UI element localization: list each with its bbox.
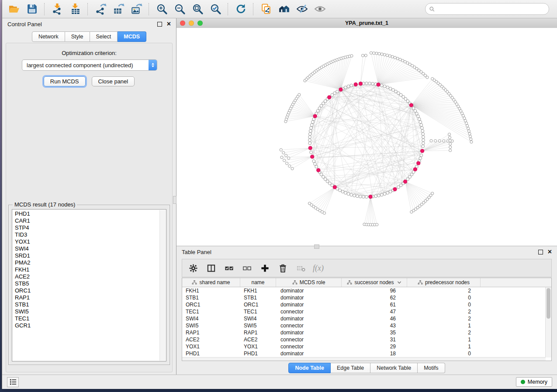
network-node[interactable] bbox=[314, 162, 317, 165]
column-header-name[interactable]: name bbox=[240, 278, 276, 287]
network-node[interactable] bbox=[311, 120, 314, 124]
network-node[interactable] bbox=[422, 139, 425, 142]
network-node[interactable] bbox=[339, 189, 342, 192]
dominator-node[interactable] bbox=[409, 103, 413, 107]
tab-motifs[interactable]: Motifs bbox=[418, 363, 445, 373]
import-network-button[interactable] bbox=[49, 2, 66, 17]
network-node[interactable] bbox=[377, 194, 381, 197]
network-node[interactable] bbox=[391, 55, 394, 58]
network-node[interactable] bbox=[309, 130, 312, 133]
network-node[interactable] bbox=[422, 133, 425, 136]
export-table-button[interactable] bbox=[110, 2, 127, 17]
table-row[interactable]: PHD1PHD1dominator180 bbox=[182, 350, 546, 357]
network-node[interactable] bbox=[419, 120, 422, 124]
network-node[interactable] bbox=[298, 93, 301, 96]
network-node[interactable] bbox=[470, 138, 472, 141]
mcds-result-item[interactable]: RAP1 bbox=[15, 294, 166, 301]
task-history-button[interactable] bbox=[7, 377, 19, 387]
network-node[interactable] bbox=[426, 76, 429, 79]
network-node[interactable] bbox=[383, 193, 386, 196]
network-node[interactable] bbox=[359, 195, 362, 198]
network-node[interactable] bbox=[421, 127, 424, 130]
float-panel-icon[interactable] bbox=[157, 22, 162, 27]
dominator-node[interactable] bbox=[317, 168, 320, 172]
network-node[interactable] bbox=[373, 52, 375, 55]
mcds-list-scrollbar[interactable] bbox=[159, 210, 166, 361]
table-row[interactable]: YOX1YOX1connector291 bbox=[182, 343, 546, 350]
tab-network-table[interactable]: Network Table bbox=[370, 363, 418, 373]
network-node[interactable] bbox=[386, 86, 389, 89]
network-node[interactable] bbox=[280, 148, 282, 151]
network-node[interactable] bbox=[364, 54, 367, 57]
network-node[interactable] bbox=[310, 127, 313, 130]
dominator-node[interactable] bbox=[328, 96, 331, 99]
network-node[interactable] bbox=[467, 130, 470, 132]
network-node[interactable] bbox=[350, 193, 353, 196]
dominator-node[interactable] bbox=[354, 83, 357, 86]
network-canvas[interactable] bbox=[176, 28, 557, 246]
network-node[interactable] bbox=[469, 135, 471, 138]
network-node[interactable] bbox=[422, 145, 425, 148]
memory-button[interactable]: Memory bbox=[516, 377, 552, 387]
network-node[interactable] bbox=[391, 89, 394, 92]
network-node[interactable] bbox=[310, 151, 313, 154]
network-node[interactable] bbox=[465, 122, 467, 124]
column-header-predecessor-nodes[interactable]: predecessor nodes bbox=[407, 278, 481, 287]
table-row[interactable]: FKH1FKH1dominator962 bbox=[182, 287, 546, 294]
table-row[interactable]: ACE2ACE2connector311 bbox=[182, 336, 546, 343]
network-node[interactable] bbox=[468, 132, 471, 135]
network-node[interactable] bbox=[378, 52, 381, 55]
column-header-shared-name[interactable]: shared name bbox=[182, 278, 240, 287]
network-node[interactable] bbox=[365, 82, 368, 85]
search-input[interactable] bbox=[437, 5, 545, 13]
dominator-node[interactable] bbox=[417, 162, 420, 165]
table-vertical-scrollbar[interactable] bbox=[545, 287, 551, 358]
network-node[interactable] bbox=[422, 136, 425, 139]
table-splitter-grip[interactable] bbox=[314, 244, 319, 249]
network-node[interactable] bbox=[308, 142, 311, 145]
network-node[interactable] bbox=[287, 157, 290, 159]
table-row[interactable]: ORC1ORC1dominator610 bbox=[182, 301, 546, 308]
search-box[interactable] bbox=[425, 3, 549, 15]
tab-select[interactable]: Select bbox=[90, 31, 118, 42]
dominator-node[interactable] bbox=[339, 88, 343, 91]
dominator-node[interactable] bbox=[311, 155, 314, 158]
network-node[interactable] bbox=[389, 87, 392, 90]
panel-splitter-grip[interactable] bbox=[173, 196, 176, 204]
close-panel-button[interactable]: Close panel bbox=[92, 76, 135, 86]
network-node[interactable] bbox=[350, 84, 353, 87]
network-node[interactable] bbox=[406, 178, 409, 181]
select-all-columns-button[interactable] bbox=[223, 262, 235, 274]
mcds-result-item[interactable]: TID3 bbox=[15, 231, 166, 238]
network-node[interactable] bbox=[336, 90, 339, 93]
dominator-node[interactable] bbox=[404, 180, 407, 183]
network-node[interactable] bbox=[418, 117, 421, 120]
network-node[interactable] bbox=[356, 195, 359, 198]
dominator-node[interactable] bbox=[369, 195, 372, 199]
dominator-node[interactable] bbox=[421, 149, 424, 153]
network-node[interactable] bbox=[291, 167, 294, 170]
network-node[interactable] bbox=[386, 191, 389, 194]
network-node[interactable] bbox=[421, 130, 424, 133]
mcds-result-item[interactable]: YOX1 bbox=[15, 238, 166, 245]
network-node[interactable] bbox=[420, 124, 423, 127]
network-node[interactable] bbox=[449, 149, 451, 151]
optimization-criterion-select[interactable]: largest connected component (undirected) bbox=[22, 59, 157, 71]
save-session-button[interactable] bbox=[24, 2, 40, 17]
show-columns-button[interactable] bbox=[205, 262, 217, 274]
network-overview-button[interactable] bbox=[276, 2, 292, 17]
mcds-result-item[interactable]: GCR1 bbox=[15, 322, 166, 329]
network-node[interactable] bbox=[308, 133, 311, 136]
table-row[interactable]: STB1STB1dominator620 bbox=[182, 294, 546, 301]
network-node[interactable] bbox=[308, 136, 311, 139]
network-node[interactable] bbox=[396, 57, 399, 60]
float-table-panel-icon[interactable] bbox=[538, 250, 543, 254]
network-window-titlebar[interactable]: YPA_prune.txt_1 bbox=[176, 18, 557, 28]
run-mcds-button[interactable]: Run MCDS bbox=[44, 76, 86, 86]
show-panels-eye-button[interactable] bbox=[311, 2, 328, 17]
network-node[interactable] bbox=[362, 195, 365, 198]
network-node[interactable] bbox=[414, 110, 417, 113]
network-node[interactable] bbox=[283, 159, 286, 162]
dominator-node[interactable] bbox=[377, 83, 380, 86]
mcds-result-item[interactable]: STB5 bbox=[15, 280, 166, 287]
